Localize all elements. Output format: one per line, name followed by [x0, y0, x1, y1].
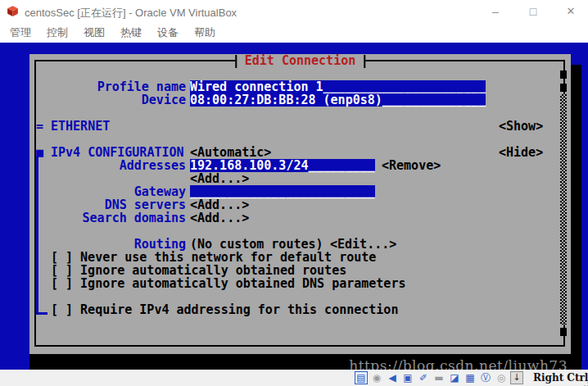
- menu-devices[interactable]: 设备: [155, 24, 181, 42]
- dialog-title: Edit Connection: [235, 55, 365, 68]
- addresses-remove-button[interactable]: <Remove>: [382, 159, 441, 172]
- addresses-add-button[interactable]: <Add...>: [190, 172, 249, 185]
- profile-name-label: Profile name: [36, 80, 186, 93]
- ethernet-show-button[interactable]: <Show>: [499, 120, 543, 133]
- search-domains-add-button[interactable]: <Add...>: [190, 211, 249, 225]
- guest-terminal-screen: https://blog.csdn.net/liuwh73 Edit Conne…: [0, 43, 588, 370]
- device-label: Device: [36, 93, 186, 107]
- video-capture-icon[interactable]: ▦: [464, 371, 477, 384]
- addresses-row: Addresses 192.168.100.3/24_________ <Rem…: [29, 159, 571, 172]
- checkbox-ignore-routes[interactable]: [ ]Ignore automatically obtained routes: [51, 264, 346, 277]
- checkbox-row: [ ]Ignore automatically obtained DNS par…: [29, 277, 571, 290]
- ipv4-hide-button[interactable]: <Hide>: [499, 146, 543, 159]
- close-button[interactable]: ✕: [557, 2, 585, 21]
- scrollbar-thumb-block[interactable]: [560, 70, 567, 79]
- optical-disk-icon[interactable]: ◉: [370, 371, 383, 384]
- dns-servers-label: DNS servers: [36, 198, 186, 211]
- routing-row: Routing (No custom routes) <Edit...>: [29, 238, 571, 251]
- menu-bar: 管理 控制 视图 热键 设备 帮助: [0, 23, 588, 43]
- display-icon[interactable]: ◪: [448, 371, 461, 384]
- gateway-row: Gateway _________________________: [29, 185, 571, 198]
- checkbox-row: [ ]Ignore automatically obtained routes: [29, 264, 571, 277]
- addresses-input[interactable]: 192.168.100.3/24_________: [190, 159, 375, 172]
- status-icons: ▤ ◉ ◀ ▣ ✐ ▬ ◪ ▦ Ⓥ ◎ ↓: [355, 371, 523, 384]
- checkbox-box[interactable]: [ ]: [51, 302, 73, 317]
- checkbox-row: [ ]Never use this network for default ro…: [29, 251, 571, 264]
- dialog-shadow-bottom: https://blog.csdn.net/liuwh73: [29, 354, 571, 370]
- ipv4-section-label: IPv4 CONFIGURATION: [51, 146, 184, 159]
- maximize-button[interactable]: □: [519, 2, 547, 21]
- watermark-text: https://blog.csdn.net/liuwh73: [349, 356, 568, 370]
- ipv4-section-row: ■ IPv4 CONFIGURATION <Automatic> <Hide>: [29, 146, 571, 159]
- virtualbox-logo: [6, 4, 20, 18]
- features-icon[interactable]: Ⓥ: [479, 371, 492, 384]
- menu-view[interactable]: 视图: [81, 24, 107, 42]
- window-titlebar: centosSec [正在运行] - Oracle VM VirtualBox …: [0, 0, 588, 23]
- dns-servers-add-button[interactable]: <Add...>: [190, 198, 249, 211]
- mouse-icon[interactable]: ◎: [495, 371, 508, 384]
- menu-control[interactable]: 控制: [44, 24, 70, 42]
- minimize-button[interactable]: –: [482, 2, 509, 21]
- checkbox-label: Require IPv4 addressing for this connect…: [80, 302, 398, 317]
- shared-folder-icon[interactable]: ▬: [432, 371, 446, 384]
- checkbox-box[interactable]: [ ]: [51, 276, 73, 291]
- dialog-shadow-right: [571, 65, 581, 370]
- search-domains-row: Search domains <Add...>: [29, 211, 571, 225]
- routing-edit-button[interactable]: <Edit...>: [330, 238, 396, 251]
- dns-servers-row: DNS servers <Add...>: [29, 198, 571, 211]
- device-input[interactable]: 08:00:27:DB:BB:28 (enp0s8)______________: [190, 93, 486, 107]
- addresses-label: Addresses: [36, 159, 186, 172]
- hard-disk-icon[interactable]: ▤: [355, 371, 368, 384]
- checkbox-ignore-dns[interactable]: [ ]Ignore automatically obtained DNS par…: [51, 277, 405, 290]
- network-icon[interactable]: ▣: [401, 371, 414, 384]
- keyboard-capture-icon[interactable]: ↓: [510, 371, 523, 384]
- ethernet-section-label: ETHERNET: [51, 120, 110, 133]
- audio-icon[interactable]: ◀: [386, 371, 399, 384]
- menu-hotkeys[interactable]: 热键: [118, 24, 144, 42]
- checkbox-label: Ignore automatically obtained DNS parame…: [80, 276, 405, 291]
- usb-icon[interactable]: ✐: [417, 371, 430, 384]
- ipv4-bullet: ■: [36, 146, 43, 159]
- window-title: centosSec [正在运行] - Oracle VM VirtualBox: [25, 6, 237, 20]
- routing-value: (No custom routes): [190, 238, 323, 251]
- checkbox-default-route[interactable]: [ ]Never use this network for default ro…: [51, 251, 376, 264]
- ethernet-bullet: =: [36, 120, 43, 133]
- search-domains-label: Search domains: [36, 211, 186, 225]
- edit-connection-dialog: Edit Connection Profile name Wired conne…: [29, 54, 571, 354]
- checkbox-require-ipv4[interactable]: [ ]Require IPv4 addressing for this conn…: [51, 303, 398, 316]
- gateway-input[interactable]: _________________________: [190, 185, 375, 198]
- addresses-add-row: <Add...>: [29, 172, 571, 185]
- routing-label: Routing: [36, 238, 186, 251]
- scrollbar-bottom-block[interactable]: [560, 328, 567, 336]
- profile-name-row: Profile name Wired connection 1_________…: [29, 80, 571, 93]
- menu-help[interactable]: 帮助: [192, 24, 218, 42]
- resize-grip[interactable]: [580, 378, 586, 384]
- checkbox-row: [ ]Require IPv4 addressing for this conn…: [29, 303, 571, 316]
- menu-machine[interactable]: 管理: [7, 24, 34, 42]
- gateway-label: Gateway: [36, 185, 186, 198]
- device-row: Device 08:00:27:DB:BB:28 (enp0s8)_______…: [29, 93, 571, 107]
- profile-name-input[interactable]: Wired connection 1______________________: [190, 80, 486, 93]
- status-bar: ▤ ◉ ◀ ▣ ✐ ▬ ◪ ▦ Ⓥ ◎ ↓ Right Ctrl: [0, 370, 588, 386]
- ethernet-section-row: = ETHERNET <Show>: [29, 120, 571, 133]
- ipv4-mode-dropdown[interactable]: <Automatic>: [190, 146, 271, 159]
